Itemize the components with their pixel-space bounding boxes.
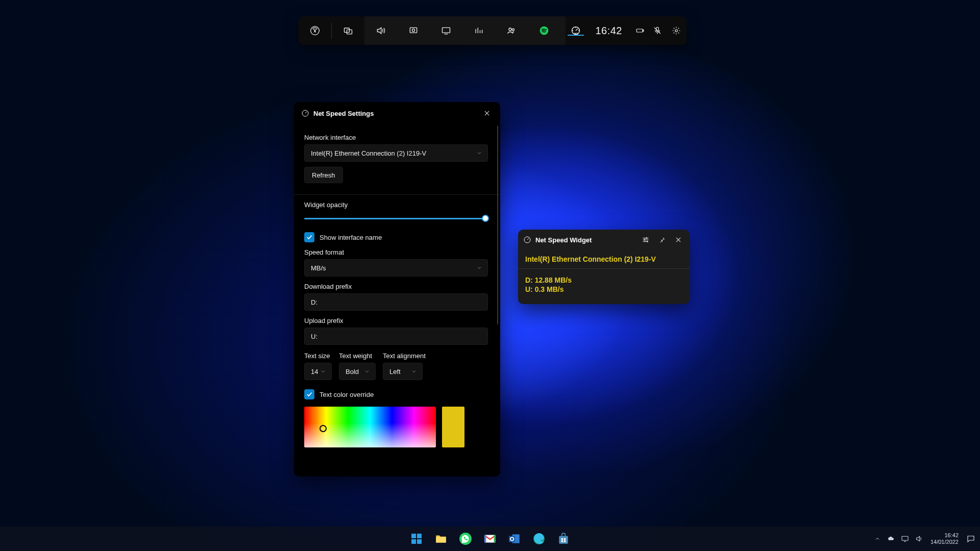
svg-rect-31 <box>509 536 515 542</box>
net-speed-logo-icon <box>301 109 309 117</box>
gamebar-clock: 16:42 <box>586 25 631 37</box>
svg-point-18 <box>646 238 647 239</box>
color-picker-handle[interactable] <box>320 425 327 432</box>
volume-icon[interactable] <box>364 16 397 45</box>
network-interface-select[interactable]: Intel(R) Ethernet Connection (2) I219-V <box>304 144 488 162</box>
close-icon[interactable] <box>481 107 493 119</box>
text-color-override-checkbox[interactable] <box>304 389 314 399</box>
net-speed-settings-panel: Net Speed Settings Network interface Int… <box>294 102 500 477</box>
net-speed-widget: Net Speed Widget Intel(R) Ethernet Conne… <box>518 230 690 304</box>
svg-point-20 <box>647 241 648 242</box>
svg-rect-5 <box>443 28 450 33</box>
download-prefix-value: D: <box>311 298 317 306</box>
performance-icon[interactable] <box>462 16 495 45</box>
svg-rect-23 <box>411 539 416 544</box>
xbox-icon[interactable] <box>299 16 331 45</box>
upload-prefix-input[interactable]: U: <box>304 328 488 345</box>
svg-point-6 <box>509 28 511 31</box>
text-size-label: Text size <box>304 352 332 360</box>
battery-icon[interactable] <box>631 16 649 45</box>
text-alignment-value: Left <box>389 368 401 375</box>
svg-rect-13 <box>643 30 644 32</box>
svg-text:N: N <box>574 32 576 35</box>
chevron-down-icon <box>476 265 482 271</box>
svg-rect-22 <box>417 534 422 538</box>
svg-rect-36 <box>564 538 566 540</box>
speed-format-label: Speed format <box>304 248 490 256</box>
system-tray: 16:42 14/01/2022 <box>874 527 976 551</box>
mic-off-icon[interactable] <box>649 16 666 45</box>
pin-widgets-icon[interactable] <box>332 16 364 45</box>
widget-upload-speed: U: 0.3 MB/s <box>518 285 690 298</box>
download-prefix-label: Download prefix <box>304 283 490 290</box>
tray-chevron-up-icon[interactable] <box>874 536 880 542</box>
whatsapp-icon[interactable] <box>455 529 476 549</box>
display-icon[interactable] <box>430 16 462 45</box>
close-icon[interactable] <box>672 234 684 246</box>
selected-color-swatch <box>442 407 464 447</box>
text-alignment-select[interactable]: Left <box>383 363 423 380</box>
svg-rect-35 <box>561 538 563 540</box>
upload-prefix-label: Upload prefix <box>304 317 490 324</box>
svg-rect-3 <box>410 28 416 33</box>
text-weight-label: Text weight <box>339 352 376 360</box>
chevron-down-icon <box>476 150 482 156</box>
show-interface-name-checkbox[interactable] <box>304 232 314 242</box>
tray-date: 14/01/2022 <box>930 539 959 545</box>
tray-notification-icon[interactable] <box>966 534 976 544</box>
spotify-icon[interactable] <box>528 16 560 45</box>
tray-volume-icon[interactable] <box>915 535 923 543</box>
group-icon[interactable] <box>495 16 528 45</box>
svg-rect-37 <box>561 540 563 542</box>
color-picker[interactable] <box>304 407 436 447</box>
gear-icon[interactable] <box>666 16 687 45</box>
widget-opacity-label: Widget opacity <box>304 201 490 209</box>
widget-interface-name: Intel(R) Ethernet Connection (2) I219-V <box>518 250 690 268</box>
network-interface-label: Network interface <box>304 134 490 141</box>
edge-icon[interactable] <box>529 529 549 549</box>
download-prefix-input[interactable]: D: <box>304 293 488 311</box>
speed-format-select[interactable]: MB/s <box>304 259 488 277</box>
text-alignment-label: Text alignment <box>383 352 426 360</box>
capture-icon[interactable] <box>397 16 430 45</box>
microsoft-store-icon[interactable] <box>553 529 574 549</box>
tray-onedrive-icon[interactable] <box>887 535 895 543</box>
svg-point-7 <box>512 29 514 31</box>
start-button[interactable] <box>406 529 427 549</box>
text-size-select[interactable]: 14 <box>304 363 332 380</box>
gmail-icon[interactable] <box>480 529 500 549</box>
svg-point-19 <box>644 239 645 240</box>
svg-rect-39 <box>902 536 908 540</box>
network-interface-value: Intel(R) Ethernet Connection (2) I219-V <box>311 149 426 157</box>
chevron-down-icon <box>411 368 417 374</box>
game-bar: NS 16:42 <box>299 16 687 45</box>
chevron-down-icon <box>320 368 326 374</box>
svg-rect-28 <box>484 535 486 542</box>
pin-icon[interactable] <box>656 234 668 246</box>
file-explorer-icon[interactable] <box>431 529 451 549</box>
svg-rect-24 <box>417 539 422 544</box>
upload-prefix-value: U: <box>311 333 317 340</box>
settings-sliders-icon[interactable] <box>640 234 652 246</box>
widget-header: Net Speed Widget <box>518 230 690 250</box>
net-speed-tab-icon[interactable]: NS <box>566 26 586 36</box>
section-divider <box>294 194 500 195</box>
refresh-button[interactable]: Refresh <box>304 167 343 183</box>
settings-panel-title: Net Speed Settings <box>313 110 374 117</box>
svg-point-15 <box>675 30 678 32</box>
chevron-down-icon <box>364 368 370 374</box>
svg-rect-25 <box>436 537 446 543</box>
svg-rect-12 <box>636 29 643 32</box>
widget-opacity-slider[interactable] <box>304 214 488 223</box>
widget-download-speed: D: 12.88 MB/s <box>518 269 690 285</box>
text-weight-value: Bold <box>346 368 359 375</box>
text-color-override-label: Text color override <box>320 391 374 398</box>
net-speed-logo-icon <box>523 236 531 244</box>
svg-point-4 <box>412 29 415 32</box>
speed-format-value: MB/s <box>311 264 326 272</box>
tray-network-icon[interactable] <box>901 535 909 543</box>
outlook-icon[interactable] <box>504 529 525 549</box>
text-weight-select[interactable]: Bold <box>339 363 376 380</box>
tray-clock[interactable]: 16:42 14/01/2022 <box>930 532 959 545</box>
tray-time: 16:42 <box>930 532 959 539</box>
